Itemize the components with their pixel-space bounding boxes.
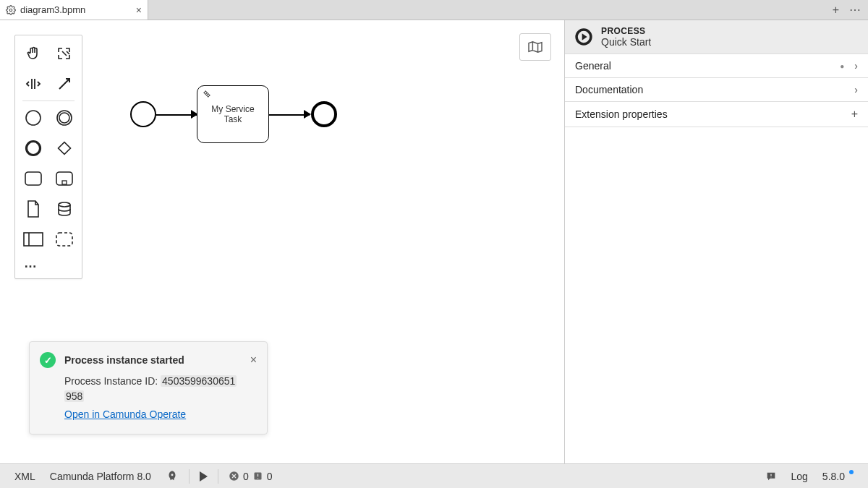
- svg-rect-7: [56, 172, 72, 185]
- close-tab-button[interactable]: ×: [136, 5, 142, 15]
- svg-point-14: [207, 94, 210, 97]
- svg-rect-5: [58, 142, 70, 155]
- tab-title: diagram3.bpmn: [20, 4, 85, 15]
- toast-instance-id-part2: 958: [64, 390, 84, 402]
- svg-rect-12: [56, 233, 72, 246]
- tool-palette: …: [14, 35, 82, 279]
- chevron-right-icon: ›: [854, 60, 858, 72]
- open-operate-link[interactable]: Open in Camunda Operate: [64, 407, 186, 422]
- svg-point-4: [26, 142, 40, 155]
- main-area: … My Service Task ✓ Process i: [0, 20, 868, 463]
- run-button[interactable]: [192, 471, 215, 481]
- palette-divider: [22, 100, 75, 101]
- service-task-gear-icon: [202, 89, 212, 101]
- properties-header: PROCESS Quick Start: [565, 20, 868, 54]
- deploy-button[interactable]: [158, 470, 186, 483]
- svg-point-1: [26, 111, 41, 125]
- section-label: Documentation: [575, 84, 643, 95]
- arrow-icon: [304, 110, 311, 119]
- bpmn-diagram: My Service Task: [130, 85, 362, 143]
- platform-selector[interactable]: Camunda Platform 8.0: [43, 471, 158, 482]
- version-indicator[interactable]: 5.8.0: [815, 471, 861, 482]
- warning-icon: [252, 471, 263, 481]
- error-count: 0: [243, 471, 249, 482]
- toast-id-label: Process Instance ID:: [64, 375, 161, 387]
- svg-point-9: [59, 202, 70, 207]
- start-event-tool[interactable]: [20, 104, 47, 132]
- svg-point-0: [9, 9, 12, 12]
- data-object-tool[interactable]: [20, 195, 47, 223]
- tab-bar: diagram3.bpmn × + ⋯: [0, 0, 868, 20]
- notification-toast: ✓ Process instance started × Process Ins…: [29, 341, 268, 435]
- participant-tool[interactable]: [20, 226, 47, 253]
- end-event-tool[interactable]: [20, 134, 47, 162]
- gear-icon: [6, 5, 16, 15]
- update-available-dot-icon: [849, 470, 854, 474]
- svg-point-3: [59, 113, 69, 123]
- process-icon: [574, 27, 594, 47]
- xml-toggle[interactable]: XML: [7, 471, 43, 482]
- svg-rect-10: [24, 233, 43, 246]
- svg-rect-6: [25, 172, 41, 185]
- toast-close-button[interactable]: ×: [250, 354, 257, 367]
- hand-tool[interactable]: [20, 40, 47, 67]
- gateway-tool[interactable]: [51, 134, 78, 162]
- feedback-icon: [765, 471, 777, 482]
- toast-title: Process instance started: [64, 354, 184, 366]
- rocket-icon: [166, 470, 179, 483]
- service-task[interactable]: My Service Task: [197, 85, 269, 143]
- data-store-tool[interactable]: [51, 195, 78, 223]
- canvas[interactable]: … My Service Task ✓ Process i: [0, 20, 564, 463]
- subprocess-tool[interactable]: [51, 165, 78, 192]
- properties-element-name: Quick Start: [601, 36, 651, 48]
- task-label: My Service Task: [202, 104, 264, 124]
- end-event[interactable]: [311, 101, 337, 127]
- tabbar-actions: + ⋯: [833, 0, 868, 20]
- properties-panel: PROCESS Quick Start General ● › Document…: [564, 20, 868, 463]
- space-tool[interactable]: [20, 70, 47, 98]
- properties-type-label: PROCESS: [601, 26, 651, 36]
- section-extension-properties[interactable]: Extension properties +: [565, 102, 868, 127]
- svg-point-13: [205, 92, 208, 95]
- file-tab[interactable]: diagram3.bpmn ×: [0, 0, 148, 20]
- warning-count: 0: [267, 471, 273, 482]
- tab-menu-button[interactable]: ⋯: [849, 3, 861, 17]
- lasso-tool[interactable]: [51, 40, 78, 67]
- palette-more-button[interactable]: …: [18, 253, 79, 274]
- section-label: General: [575, 60, 611, 72]
- task-tool[interactable]: [20, 165, 47, 192]
- start-event[interactable]: [130, 101, 156, 127]
- log-button[interactable]: Log: [784, 471, 815, 482]
- svg-rect-8: [62, 181, 67, 184]
- chevron-right-icon: ›: [854, 84, 858, 95]
- status-bar: XML Camunda Platform 8.0 0 0 Log 5.8.0: [0, 463, 868, 488]
- section-documentation[interactable]: Documentation ›: [565, 78, 868, 102]
- problems-indicator[interactable]: 0 0: [221, 471, 280, 482]
- play-icon: [200, 471, 208, 481]
- section-label: Extension properties: [575, 108, 668, 120]
- modified-indicator-icon: ●: [840, 62, 850, 70]
- minimap-toggle[interactable]: [519, 33, 551, 61]
- intermediate-event-tool[interactable]: [51, 104, 78, 132]
- connect-tool[interactable]: [51, 70, 78, 98]
- section-general[interactable]: General ● ›: [565, 54, 868, 78]
- new-tab-button[interactable]: +: [833, 4, 839, 17]
- add-property-button[interactable]: +: [851, 108, 858, 121]
- toast-instance-id-part1: 4503599630651: [161, 375, 237, 387]
- group-tool[interactable]: [51, 226, 78, 253]
- success-check-icon: ✓: [40, 352, 56, 368]
- feedback-button[interactable]: [758, 471, 784, 482]
- error-icon: [229, 471, 239, 481]
